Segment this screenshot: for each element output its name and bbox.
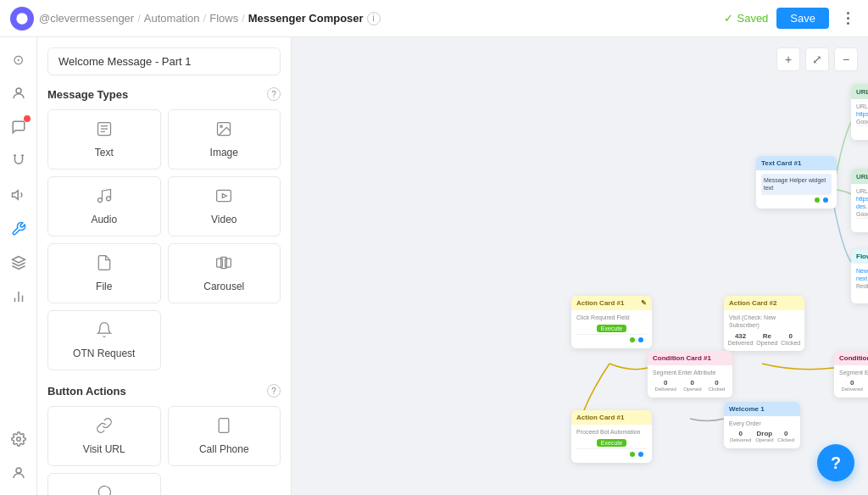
left-panel: Message Types ? Text Image Audio (37, 37, 292, 495)
carousel-icon (215, 254, 232, 275)
file-icon (96, 254, 113, 275)
svg-point-9 (16, 468, 21, 473)
ac2-clicked: 0Clicked (781, 332, 800, 346)
flow-name-input[interactable] (47, 47, 281, 75)
node-action-card-2[interactable]: Action Card #2 Visit (Check: New Subscri… (724, 296, 804, 351)
topbar-right: ✓ Saved Save (724, 8, 858, 29)
canvas-expand-button[interactable]: ⤢ (805, 47, 829, 71)
video-icon (215, 187, 232, 209)
sidebar-item-users[interactable] (3, 78, 34, 108)
sidebar-item-layers[interactable] (3, 248, 34, 278)
card-image[interactable]: Image (168, 109, 281, 170)
node-url-card-2[interactable]: URL Card #2 ✓ URLhttps://facebook.com/pa… (851, 169, 868, 232)
node-text-card-1-content: Message Helper widget text (761, 174, 832, 194)
button-actions-grid: Visit URL Call Phone WhatsApp (47, 406, 281, 495)
node-action-card-3-body: Proceed Bot Automation Execute (571, 425, 652, 463)
button-actions-help-icon[interactable]: ? (267, 384, 281, 398)
button-actions-section-header: Button Actions ? (47, 384, 281, 398)
sidebar-item-chat[interactable] (3, 112, 34, 142)
sidebar-item-tools[interactable] (3, 214, 34, 244)
otn-icon (96, 321, 113, 342)
node-url-card-2-body: URLhttps://facebook.com/page-des...Googl… (851, 184, 868, 232)
app-logo (10, 7, 34, 31)
canvas-zoom-out-button[interactable]: − (834, 47, 858, 71)
message-types-section-header: Message Types ? (47, 87, 281, 101)
breadcrumb-flows[interactable]: Flows (209, 12, 238, 25)
node-url-card-2-footer (856, 218, 868, 229)
card-otn[interactable]: OTN Request (47, 310, 161, 370)
node-flow-card-2-body: New Flow Pending to the next...Redirecte… (851, 264, 868, 303)
node-text-card-1-footer (761, 194, 832, 205)
node-flow-card-2-content: New Flow Pending to the next...Redirecte… (856, 267, 868, 290)
more-dot-1 (847, 12, 849, 14)
audio-icon (96, 187, 113, 209)
card-audio[interactable]: Audio (47, 176, 161, 236)
node-url-card-1-title: URL Card#1 (856, 88, 868, 96)
node-welcome-1-header: Welcome 1 (724, 402, 800, 416)
node-condition-card-2-header: Condition Card #2 (834, 351, 868, 365)
card-whatsapp[interactable]: WhatsApp (47, 473, 161, 495)
help-fab[interactable]: ? (817, 444, 854, 481)
card-visit-url[interactable]: Visit URL (47, 406, 161, 466)
node-condition-card-2[interactable]: Condition Card #2 Segment Enter Attribut… (834, 351, 868, 398)
node-url-card-1-body: URLhttps://clevermessenger.io/cha...Goog… (851, 99, 868, 140)
sep3: / (242, 12, 245, 25)
node-condition-card-1[interactable]: Condition Card #1 Segment Enter Attribut… (648, 351, 732, 398)
flow-canvas[interactable]: + ⤢ − (292, 37, 868, 495)
node-welcome-1[interactable]: Welcome 1 Every Order 0Delivered DropOpe… (724, 402, 800, 448)
node-url-card-2-title: URL Card #2 (856, 173, 868, 181)
sep2: / (203, 12, 207, 25)
w1-clicked: 0Clicked (777, 430, 794, 442)
save-button[interactable]: Save (776, 8, 829, 29)
node-url-card-1-footer (856, 125, 868, 136)
sidebar-item-settings[interactable] (3, 424, 34, 454)
sidebar-item-magnet[interactable] (3, 146, 34, 176)
message-types-help-icon[interactable]: ? (267, 87, 281, 101)
breadcrumb-account[interactable]: @clevermessenger (39, 12, 134, 25)
svg-rect-18 (217, 190, 231, 201)
nd2 (823, 197, 828, 203)
sidebar-item-megaphone[interactable] (3, 180, 34, 210)
whatsapp-icon (96, 484, 113, 495)
node-url-card-1-header: URL Card#1 ✓ (851, 84, 868, 99)
carousel-label: Carousel (203, 281, 244, 292)
card-text[interactable]: Text (47, 109, 161, 170)
node-action-card-2-title: Action Card #2 (729, 299, 776, 307)
video-label: Video (211, 214, 236, 225)
node-action-card-3-header: Action Card #1 (571, 410, 652, 425)
breadcrumb-automation[interactable]: Automation (144, 12, 200, 25)
node-action-card-1[interactable]: Action Card #1 ✎ Click Required Field Ex… (571, 296, 652, 348)
svg-point-8 (16, 437, 20, 442)
svg-point-16 (97, 198, 102, 203)
more-button[interactable] (837, 8, 858, 29)
cc1-clicked: 0Clicked (709, 379, 726, 392)
node-condition-card-1-header: Condition Card #1 (648, 351, 732, 365)
sidebar-item-user-profile[interactable] (3, 458, 34, 488)
node-text-card-1[interactable]: Text Card #1 Message Helper widget text (756, 156, 837, 209)
node-flow-card-2-title: Flow Card #2 (856, 253, 868, 260)
node-action-card-3[interactable]: Action Card #1 Proceed Bot Automation Ex… (571, 410, 652, 463)
card-file[interactable]: File (47, 243, 161, 303)
node-flow-card-2[interactable]: Flow Card #2 New Flow Pending to the nex… (851, 249, 868, 303)
phone-icon (215, 417, 232, 438)
card-carousel[interactable]: Carousel (168, 243, 281, 303)
cc1-delivered: 0Delivered (655, 379, 676, 392)
svg-marker-19 (223, 194, 227, 198)
saved-text: Saved (737, 12, 768, 25)
acd1 (630, 337, 635, 342)
sidebar-item-chart[interactable] (3, 281, 34, 312)
svg-point-15 (220, 125, 223, 128)
call-phone-label: Call Phone (199, 443, 249, 455)
cc2-delivered: 0Delivered (842, 379, 863, 392)
canvas-add-button[interactable]: + (776, 47, 800, 71)
node-condition-card-2-content: Segment Enter Attribute (839, 369, 868, 376)
card-call-phone[interactable]: Call Phone (168, 406, 281, 466)
cc1-opened: 0Opened (683, 379, 701, 392)
sidebar-item-home[interactable]: ⊙ (3, 44, 34, 75)
card-video[interactable]: Video (168, 176, 281, 236)
node-url-card-1[interactable]: URL Card#1 ✓ URLhttps://clevermessenger.… (851, 84, 868, 140)
acd2 (638, 337, 643, 342)
node-text-card-1-body: Message Helper widget text (756, 170, 837, 209)
node-action-card-1-header: Action Card #1 ✎ (571, 296, 652, 310)
info-icon[interactable]: i (367, 12, 381, 25)
